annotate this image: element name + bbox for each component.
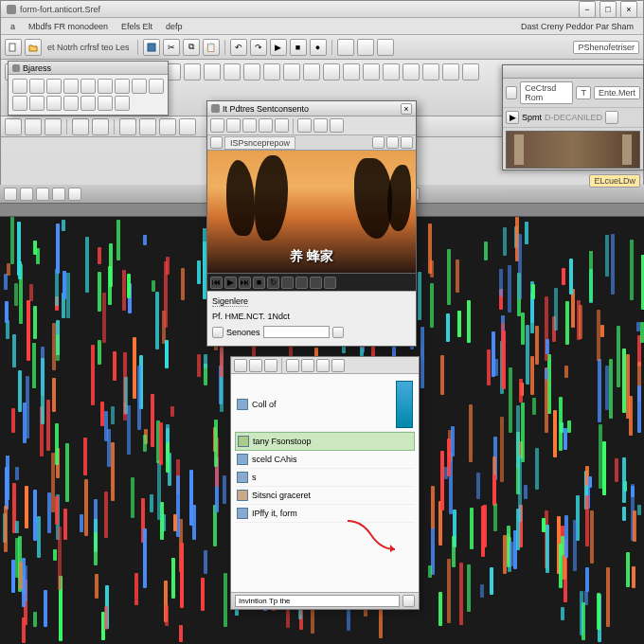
tool-stop-icon[interactable]: ■ <box>290 39 307 56</box>
track-tool-icon[interactable] <box>36 188 49 201</box>
lw-tool-icon[interactable] <box>234 359 247 372</box>
lw-tool-icon[interactable] <box>301 359 314 372</box>
palette-tool-icon[interactable] <box>98 96 113 111</box>
browser-palette[interactable]: Bjaress <box>8 61 169 116</box>
menu-item-0[interactable]: a <box>5 20 21 33</box>
pv-tool-icon[interactable] <box>242 118 257 133</box>
grid-tool-icon[interactable] <box>283 63 300 80</box>
main-titlebar[interactable]: form-fort.anticort.Sref − □ × <box>1 1 643 18</box>
pv-tool-icon[interactable] <box>330 118 344 133</box>
toolbar-chip[interactable]: PShenofetriser <box>573 41 639 54</box>
tab-icon[interactable] <box>210 136 223 149</box>
rp-play-icon[interactable]: ▶ <box>506 111 519 124</box>
field-icon[interactable] <box>212 327 224 338</box>
grid-tool-icon[interactable] <box>383 63 400 80</box>
layer-item[interactable]: Sitsnci graceret <box>235 487 415 505</box>
pv-tool-icon[interactable] <box>313 118 328 133</box>
tool-b-icon[interactable] <box>357 39 374 56</box>
preview-window[interactable]: It Pdtres Sentconsento × ISPsnceprepow 养… <box>206 100 417 347</box>
pv-tool-icon[interactable] <box>275 118 289 133</box>
close-button[interactable]: × <box>620 1 637 18</box>
minimize-button[interactable]: − <box>579 1 596 18</box>
row3-tool-icon[interactable] <box>92 118 109 135</box>
grid-tool-icon[interactable] <box>462 63 479 80</box>
grid-tool-icon[interactable] <box>402 63 420 80</box>
transport-tool-icon[interactable] <box>324 277 336 289</box>
rp-badge[interactable]: ELcueLDw <box>589 174 640 188</box>
track-tool-icon[interactable] <box>68 188 81 201</box>
palette-tool-icon[interactable] <box>12 79 27 94</box>
lw-tool-icon[interactable] <box>264 359 277 372</box>
menu-item-4[interactable]: Dast Creny Peddor Par Sham <box>515 20 639 33</box>
transport-play-icon[interactable]: ▶ <box>224 277 237 289</box>
tab-tool-icon[interactable] <box>401 136 413 149</box>
tool-a-icon[interactable] <box>337 39 354 56</box>
rp-chip[interactable]: Ente.Mert <box>594 86 640 99</box>
rp-icon[interactable] <box>506 86 517 99</box>
row3-tool-icon[interactable] <box>45 118 62 135</box>
palette-tool-icon[interactable] <box>63 96 79 111</box>
transport-tool-icon[interactable] <box>295 277 308 289</box>
track-tool-icon[interactable] <box>4 188 17 201</box>
tool-c-icon[interactable] <box>377 39 394 56</box>
tool-paste-icon[interactable]: 📋 <box>203 39 220 56</box>
tool-open-icon[interactable] <box>25 39 42 56</box>
rp-icon[interactable] <box>605 111 618 124</box>
row3-tool-icon[interactable] <box>25 118 42 135</box>
grid-tool-icon[interactable] <box>243 63 260 80</box>
palette-tool-icon[interactable] <box>29 79 45 94</box>
palette-tool-icon[interactable] <box>80 79 96 94</box>
tool-save-icon[interactable] <box>143 39 160 56</box>
transport-tool-icon[interactable] <box>310 277 322 289</box>
transport-stop-icon[interactable]: ■ <box>253 277 265 289</box>
pv-tool-icon[interactable] <box>297 118 312 133</box>
prop-input[interactable] <box>263 326 330 338</box>
tab-tool-icon[interactable] <box>372 136 385 149</box>
tool-redo-icon[interactable]: ↷ <box>250 39 267 56</box>
thumbnail-strip[interactable] <box>506 131 640 169</box>
preview-titlebar[interactable]: It Pdtres Sentconsento × <box>207 101 416 116</box>
transport-next-icon[interactable]: ⏭ <box>239 277 251 289</box>
video-preview[interactable]: 养 蜂家 <box>207 151 416 274</box>
tool-new-icon[interactable] <box>5 39 22 56</box>
palette-tool-icon[interactable] <box>29 96 45 111</box>
right-panel[interactable]: CeCtrsd Rom T Ente.Mert ▶ Spmt D-DECANIL… <box>502 64 644 170</box>
layer-item[interactable]: s <box>235 469 415 487</box>
grid-tool-icon[interactable] <box>263 63 280 80</box>
lw-tool-icon[interactable] <box>316 359 330 372</box>
grid-tool-icon[interactable] <box>204 63 221 80</box>
track-tool-icon[interactable] <box>20 188 33 201</box>
pv-tool-icon[interactable] <box>210 118 224 133</box>
tool-play-icon[interactable]: ▶ <box>270 39 287 56</box>
lw-tool-icon[interactable] <box>249 359 262 372</box>
layer-item[interactable]: Coll of <box>235 378 415 432</box>
palette-tool-icon[interactable] <box>115 79 130 94</box>
grid-tool-icon[interactable] <box>184 63 201 80</box>
lw-tool-icon[interactable] <box>331 359 345 372</box>
row3-tool-icon[interactable] <box>72 118 89 135</box>
preview-close-button[interactable]: × <box>401 103 412 115</box>
preview-tab[interactable]: ISPsnceprepow <box>224 136 295 150</box>
palette-tool-icon[interactable] <box>80 96 96 111</box>
row3-tool-icon[interactable] <box>5 118 22 135</box>
rp-chip[interactable]: T <box>576 86 591 99</box>
grid-tool-icon[interactable] <box>303 63 320 80</box>
grid-tool-icon[interactable] <box>363 63 380 80</box>
palette-tool-icon[interactable] <box>115 96 130 111</box>
transport-prev-icon[interactable]: ⏮ <box>210 277 223 289</box>
field-button[interactable] <box>332 327 344 338</box>
browser-titlebar[interactable]: Bjaress <box>9 62 168 75</box>
grid-tool-icon[interactable] <box>323 63 340 80</box>
tool-cut-icon[interactable]: ✂ <box>163 39 180 56</box>
grid-tool-icon[interactable] <box>442 63 459 80</box>
tool-record-icon[interactable]: ● <box>310 39 327 56</box>
footer-input[interactable] <box>235 595 400 607</box>
tool-copy-icon[interactable]: ⧉ <box>183 39 200 56</box>
row3-tool-icon[interactable] <box>119 118 136 135</box>
palette-tool-icon[interactable] <box>63 79 79 94</box>
rp-chip[interactable]: CeCtrsd Rom <box>520 81 573 104</box>
palette-tool-icon[interactable] <box>12 96 27 111</box>
menu-item-3[interactable]: defp <box>160 20 188 33</box>
row3-tool-icon[interactable] <box>159 118 176 135</box>
row3-tool-icon[interactable] <box>179 118 196 135</box>
